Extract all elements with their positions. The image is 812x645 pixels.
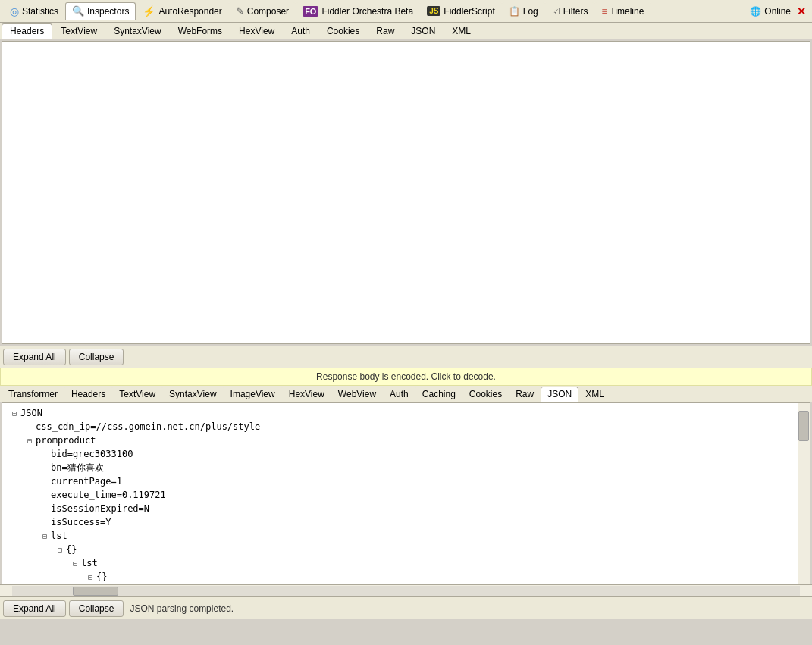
close-button[interactable]: ✕ (794, 5, 809, 17)
req-tab-webforms[interactable]: WebForms (170, 23, 230, 39)
req-tab-cookies[interactable]: Cookies (318, 23, 368, 39)
autoresponder-icon: ⚡ (143, 5, 155, 17)
tree-key: {} (66, 544, 77, 555)
collapse-button[interactable]: Collapse (69, 349, 124, 365)
tree-line: ⊟JSON (8, 406, 804, 420)
online-icon: 🌐 (750, 6, 761, 17)
horizontal-scrollbar[interactable] (0, 584, 812, 596)
tree-toggle-icon[interactable]: ⊟ (84, 573, 96, 581)
request-pane (2, 41, 810, 344)
tree-key: promproduct (36, 435, 96, 446)
resp-tab-cookies[interactable]: Cookies (462, 387, 509, 402)
tab-composer-label: Composer (247, 6, 289, 17)
h-scrollbar-track[interactable] (12, 586, 800, 596)
status-collapse-button[interactable]: Collapse (69, 600, 124, 617)
tab-fiddlerscript[interactable]: JS FiddlerScript (420, 2, 502, 20)
tab-inspectors-label: Inspectors (87, 6, 129, 17)
tree-toggle-icon[interactable]: ⊟ (8, 409, 20, 418)
resp-tab-syntaxview[interactable]: SyntaxView (162, 387, 223, 402)
req-tab-json[interactable]: JSON (403, 23, 444, 39)
tree-key: currentPage=1 (51, 476, 122, 487)
tree-key: JSON (20, 408, 42, 418)
tree-line: isSuccess=Y (8, 515, 804, 529)
tree-line: bn=猜你喜欢 (8, 461, 804, 474)
req-tab-auth[interactable]: Auth (283, 23, 318, 39)
resp-tab-webview[interactable]: WebView (331, 387, 383, 402)
inspectors-icon: 🔍 (72, 5, 84, 17)
tree-key: lst (81, 558, 98, 568)
resp-tab-json[interactable]: JSON (541, 387, 578, 402)
tab-filters[interactable]: ☑ Filters (545, 2, 595, 20)
online-status: 🌐 Online ✕ (750, 5, 809, 17)
resp-tab-headers[interactable]: Headers (64, 387, 112, 402)
tree-key: isSessionExpired=N (51, 503, 149, 514)
tab-timeline-label: Timeline (610, 6, 644, 17)
req-tab-raw[interactable]: Raw (368, 23, 403, 39)
tree-line: ⊟{} (8, 543, 804, 556)
main-toolbar: ◎ Statistics 🔍 Inspectors ⚡ AutoResponde… (0, 0, 812, 23)
req-tab-syntaxview[interactable]: SyntaxView (105, 23, 169, 39)
tree-toggle-icon[interactable]: ⊟ (54, 546, 66, 554)
tree-line: css_cdn_ip=//css.gomein.net.cn/plus/styl… (8, 420, 804, 434)
req-tab-headers[interactable]: Headers (2, 23, 52, 39)
tree-key: execute_time=0.119721 (51, 490, 166, 500)
tree-key: isSuccess=Y (51, 517, 111, 528)
tree-key: bid=grec3033100 (51, 449, 133, 459)
tab-autoresponder-label: AutoResponder (158, 6, 221, 17)
tree-line: isSessionExpired=N (8, 502, 804, 515)
tree-line: currentPage=1 (8, 474, 804, 488)
resp-tab-xml[interactable]: XML (578, 387, 611, 402)
request-tabs: Headers TextView SyntaxView WebForms Hex… (0, 23, 812, 39)
resp-tab-auth[interactable]: Auth (383, 387, 415, 402)
filters-icon: ☑ (552, 6, 560, 17)
status-text: JSON parsing completed. (130, 603, 234, 614)
tree-line: gprice=1459.00 (8, 584, 804, 584)
h-scrollbar-thumb[interactable] (73, 587, 118, 596)
js-icon: JS (427, 6, 440, 16)
json-tree-area: ⊟JSONcss_cdn_ip=//css.gomein.net.cn/plus… (2, 402, 810, 584)
json-tree-content: ⊟JSONcss_cdn_ip=//css.gomein.net.cn/plus… (2, 403, 810, 584)
tab-log-label: Log (523, 6, 538, 17)
status-bar: Expand All Collapse JSON parsing complet… (0, 596, 812, 619)
resp-tab-raw[interactable]: Raw (509, 387, 541, 402)
tab-log[interactable]: 📋 Log (502, 2, 545, 20)
timeline-icon: ≡ (601, 6, 607, 17)
resp-tab-hexview[interactable]: HexView (282, 387, 331, 402)
tab-inspectors[interactable]: 🔍 Inspectors (65, 2, 136, 20)
status-expand-all-button[interactable]: Expand All (3, 600, 66, 617)
tree-toggle-icon[interactable]: ⊟ (24, 437, 36, 445)
request-action-bar: Expand All Collapse (0, 346, 812, 368)
resp-tab-imageview[interactable]: ImageView (224, 387, 282, 402)
req-tab-hexview[interactable]: HexView (230, 23, 283, 39)
tab-timeline[interactable]: ≡ Timeline (594, 2, 651, 20)
tab-fiddler-orchestra[interactable]: FO Fiddler Orchestra Beta (296, 2, 420, 20)
response-notice[interactable]: Response body is encoded. Click to decod… (0, 368, 812, 386)
tree-line: ⊟{} (8, 570, 804, 584)
tree-line: ⊟lst (8, 556, 804, 570)
resp-tab-caching[interactable]: Caching (415, 387, 462, 402)
fo-icon: FO (303, 6, 318, 17)
req-tab-xml[interactable]: XML (444, 23, 479, 39)
tree-line: ⊟promproduct (8, 434, 804, 447)
composer-icon: ✎ (236, 5, 244, 17)
tab-statistics[interactable]: ◎ Statistics (3, 2, 65, 20)
statistics-icon: ◎ (10, 5, 19, 17)
tree-toggle-icon[interactable]: ⊟ (69, 559, 81, 568)
tab-composer[interactable]: ✎ Composer (229, 2, 296, 20)
scrollbar-thumb[interactable] (798, 411, 809, 441)
tree-key: bn=猜你喜欢 (51, 462, 104, 474)
tree-key: css_cdn_ip=//css.gomein.net.cn/plus/styl… (36, 421, 260, 432)
req-tab-textview[interactable]: TextView (52, 23, 105, 39)
tab-autoresponder[interactable]: ⚡ AutoResponder (136, 2, 228, 20)
tab-fiddlerscript-label: FiddlerScript (444, 6, 494, 17)
tree-line: bid=grec3033100 (8, 447, 804, 461)
tree-key: {} (96, 571, 107, 582)
resp-tab-transformer[interactable]: Transformer (2, 387, 64, 402)
online-label: Online (764, 6, 791, 17)
expand-all-button[interactable]: Expand All (3, 349, 66, 365)
tree-line: execute_time=0.119721 (8, 488, 804, 502)
resp-tab-textview[interactable]: TextView (112, 387, 162, 402)
tree-line: ⊟lst (8, 529, 804, 543)
tree-toggle-icon[interactable]: ⊟ (39, 532, 51, 540)
vertical-scrollbar[interactable] (798, 403, 810, 584)
